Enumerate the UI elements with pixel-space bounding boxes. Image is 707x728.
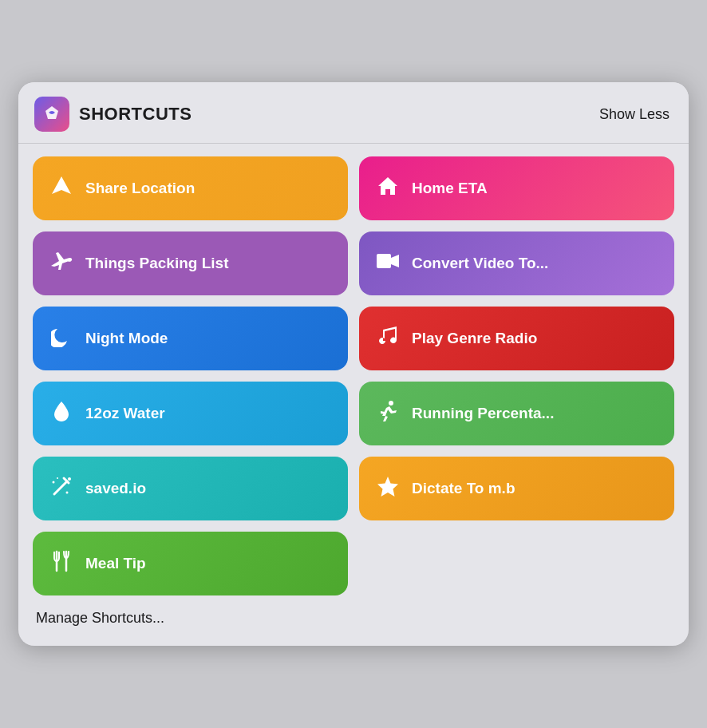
- shortcut-dictate-to-mb[interactable]: Dictate To m.b: [359, 457, 674, 520]
- navigation-icon: [49, 175, 74, 203]
- shortcut-saved-io[interactable]: saved.io: [33, 457, 348, 520]
- video-icon: [375, 251, 401, 276]
- shortcut-play-genre-radio[interactable]: Play Genre Radio: [359, 307, 674, 370]
- show-less-button[interactable]: Show Less: [599, 106, 669, 123]
- empty-cell: [359, 532, 674, 595]
- 12oz-water-label: 12oz Water: [85, 405, 165, 423]
- svg-point-8: [53, 481, 55, 483]
- star-icon: [375, 475, 401, 503]
- run-icon: [375, 400, 401, 428]
- svg-point-9: [66, 491, 69, 493]
- shortcut-things-packing[interactable]: Things Packing List: [33, 231, 348, 295]
- shortcuts-grid: Share Location Home ETA Things Packing L…: [18, 156, 689, 595]
- header-title: SHORTCUTS: [79, 104, 192, 125]
- utensils-icon: [49, 550, 74, 578]
- shortcut-running-percentage[interactable]: Running Percenta...: [359, 382, 674, 445]
- svg-marker-11: [377, 477, 398, 497]
- widget-container: SHORTCUTS Show Less Share Location Home …: [18, 82, 689, 646]
- shortcut-meal-tip[interactable]: Meal Tip: [33, 532, 348, 595]
- shortcut-convert-video[interactable]: Convert Video To...: [359, 231, 674, 295]
- svg-rect-2: [377, 254, 391, 268]
- dictate-to-mb-label: Dictate To m.b: [412, 480, 515, 498]
- header: SHORTCUTS Show Less: [18, 82, 689, 143]
- play-genre-radio-label: Play Genre Radio: [412, 330, 537, 348]
- header-left: SHORTCUTS: [34, 97, 192, 132]
- home-eta-label: Home ETA: [412, 180, 488, 198]
- share-location-label: Share Location: [85, 180, 195, 198]
- meal-tip-label: Meal Tip: [85, 555, 146, 573]
- saved-io-label: saved.io: [85, 480, 146, 498]
- shortcut-night-mode[interactable]: Night Mode: [33, 307, 348, 370]
- home-icon: [375, 175, 401, 203]
- svg-point-4: [389, 401, 393, 406]
- moon-icon: [49, 325, 74, 353]
- svg-line-5: [54, 481, 67, 494]
- shortcut-home-eta[interactable]: Home ETA: [359, 156, 674, 220]
- night-mode-label: Night Mode: [85, 330, 168, 348]
- svg-point-7: [68, 477, 71, 481]
- header-divider: [18, 143, 689, 144]
- shortcut-12oz-water[interactable]: 12oz Water: [33, 382, 348, 445]
- app-icon: [34, 97, 69, 132]
- music-icon: [375, 325, 401, 353]
- svg-marker-3: [391, 255, 399, 267]
- things-packing-label: Things Packing List: [85, 255, 228, 273]
- manage-shortcuts-button[interactable]: Manage Shortcuts...: [18, 595, 689, 630]
- magic-icon: [49, 475, 74, 503]
- plane-icon: [49, 250, 74, 278]
- svg-marker-0: [52, 176, 71, 194]
- convert-video-label: Convert Video To...: [412, 255, 548, 273]
- svg-point-10: [57, 477, 58, 479]
- water-icon: [49, 400, 74, 428]
- running-percentage-label: Running Percenta...: [412, 405, 554, 423]
- shortcut-share-location[interactable]: Share Location: [33, 156, 348, 220]
- svg-marker-1: [378, 177, 397, 195]
